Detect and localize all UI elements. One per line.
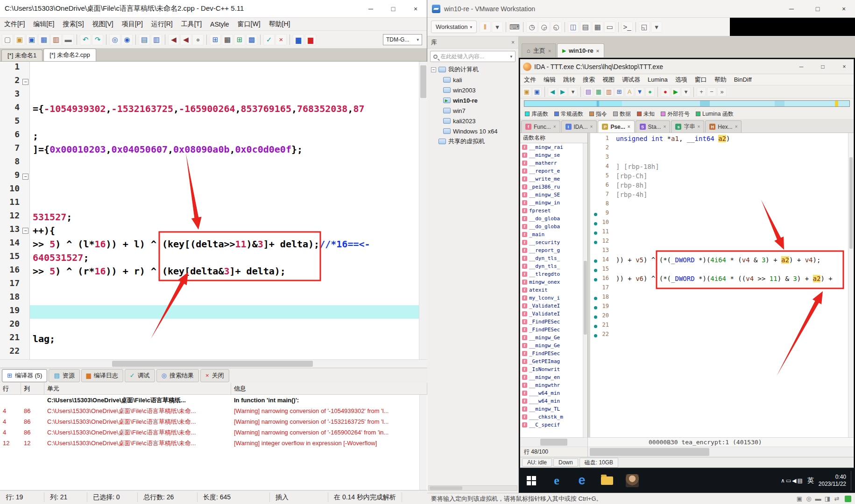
ida-menu-item-选项[interactable]: 选项 xyxy=(671,76,691,84)
save-db-icon[interactable]: ▣ xyxy=(532,87,542,97)
snapshot-manager-icon[interactable]: ◵ xyxy=(551,21,562,33)
close-button[interactable]: × xyxy=(833,0,855,17)
tree-item-vm-kali2023[interactable]: kali2023 xyxy=(427,116,518,126)
function-list-scrollbar[interactable] xyxy=(583,143,587,437)
close-button[interactable]: × xyxy=(404,0,427,17)
function-item[interactable]: f__dyn_tls_ xyxy=(520,262,583,270)
panel-tab-编译器 (5)[interactable]: ⊞编译器 (5) xyxy=(2,369,47,382)
function-item[interactable]: f_GetPEImag xyxy=(520,357,583,365)
function-item[interactable]: f__mingw_in xyxy=(520,199,583,207)
function-item[interactable]: fatexit xyxy=(520,286,583,294)
close-tab-icon[interactable]: × xyxy=(664,124,666,129)
taskbar-clock[interactable]: 0:40 2023/11/22 xyxy=(819,474,846,488)
print-icon[interactable]: ▬ xyxy=(63,34,74,45)
rebuild-icon[interactable]: ▩ xyxy=(246,34,257,45)
fullscreen-icon[interactable]: ◱ xyxy=(639,21,650,33)
function-item[interactable]: f__dyn_tls_ xyxy=(520,254,583,262)
minimize-button[interactable]: ─ xyxy=(360,0,382,17)
close-tab-icon[interactable]: × xyxy=(590,124,593,129)
ida-menu-item-Lumina[interactable]: Lumina xyxy=(644,76,671,83)
tree-item-vm-win2003[interactable]: win2003 xyxy=(427,85,518,95)
function-item[interactable]: f_FindPESec xyxy=(520,326,583,334)
names-icon[interactable]: A xyxy=(625,87,634,97)
menu-item-帮助[H][interactable]: 帮助[H] xyxy=(265,18,295,30)
close-tab-icon[interactable]: × xyxy=(553,124,556,129)
function-item[interactable]: f__report_e xyxy=(520,167,583,175)
profile-delete-icon[interactable]: ▆ xyxy=(305,34,316,45)
ida-menu-item-编辑[interactable]: 编辑 xyxy=(540,76,559,84)
editor-tab-2[interactable]: [*] 未命名2.cpp xyxy=(43,49,96,61)
fold-marker-icon[interactable]: − xyxy=(22,174,28,180)
menu-item-项目[P][interactable]: 项目[P] xyxy=(118,18,147,30)
bookmark-icon[interactable]: ▥ xyxy=(151,34,162,45)
goto-line-icon[interactable]: ▤ xyxy=(139,34,150,45)
pseudocode-hscrollbar[interactable] xyxy=(588,447,854,457)
console-icon[interactable]: >_ xyxy=(622,21,633,33)
functions-icon[interactable]: ▤ xyxy=(584,87,593,97)
close-tab-icon[interactable]: × xyxy=(548,48,551,54)
function-item[interactable]: f_IsNonwrit xyxy=(520,365,583,373)
menu-item-窗口[W][interactable]: 窗口[W] xyxy=(233,18,265,30)
editor-hscrollbar[interactable] xyxy=(0,359,427,368)
start-button[interactable] xyxy=(519,468,544,493)
scrollbar-thumb[interactable] xyxy=(849,157,853,249)
scrollbar-thumb[interactable] xyxy=(430,486,462,490)
compile-run-icon[interactable]: ⊞ xyxy=(234,34,245,45)
close-button[interactable]: × xyxy=(835,59,854,74)
maximize-button[interactable]: □ xyxy=(813,59,832,74)
table-header-cell[interactable]: 行 xyxy=(0,383,21,395)
table-row[interactable]: 486C:\Users\15303\OneDrive\桌面\File\c语言草稿… xyxy=(0,406,427,416)
function-item[interactable]: f__do_globa xyxy=(520,215,583,223)
function-item[interactable]: f_FindPESec xyxy=(520,350,583,357)
ida-tab-Pse...[interactable]: PPse...× xyxy=(598,120,634,133)
function-item[interactable]: f_pei386_ru xyxy=(520,183,583,191)
function-list-hscrollbar[interactable] xyxy=(520,438,588,447)
ida-menu-item-搜索[interactable]: 搜索 xyxy=(579,76,599,84)
show-library-icon[interactable]: ◫ xyxy=(568,21,579,33)
function-item[interactable]: ffpreset xyxy=(520,207,583,215)
function-item[interactable]: f__mingw_TL xyxy=(520,405,583,413)
snapshot-revert-icon[interactable]: ◶ xyxy=(538,21,550,33)
ida-tab-IDA...[interactable]: IIDA...× xyxy=(561,120,597,133)
function-item[interactable]: f__do_globa xyxy=(520,223,583,231)
function-item[interactable]: f___w64_min xyxy=(520,397,583,405)
tray-expand-icon[interactable]: ∧ xyxy=(781,475,785,486)
toolbar-overflow-icon[interactable]: » xyxy=(717,87,727,97)
volume-icon[interactable]: ◀ xyxy=(792,475,796,486)
function-item[interactable]: f_ValidateI xyxy=(520,302,583,310)
menu-item-AStyle[interactable]: AStyle xyxy=(206,18,233,30)
debugger-caret-icon[interactable]: ▾ xyxy=(681,87,691,97)
tree-item-shared-vms[interactable]: 共享的虚拟机 xyxy=(427,136,518,147)
ida-menu-item-帮助[interactable]: 帮助 xyxy=(711,76,730,84)
message-icon[interactable]: ▣ xyxy=(795,495,804,503)
table-row[interactable]: 486C:\Users\15303\OneDrive\桌面\File\c语言草稿… xyxy=(0,427,427,438)
library-search[interactable]: 在此处键入内容... ▾ xyxy=(430,51,516,62)
maximize-button[interactable]: □ xyxy=(806,0,829,17)
function-item[interactable]: f__mingw_rai xyxy=(520,143,583,151)
colors-icon[interactable]: ● xyxy=(645,87,655,97)
taskbar-edge-icon[interactable]: e xyxy=(569,468,594,493)
debug-icon[interactable]: ✓ xyxy=(263,34,275,45)
replace-icon[interactable]: ◉ xyxy=(121,34,133,45)
scrollbar-thumb[interactable] xyxy=(584,261,587,335)
fullscreen-caret-icon[interactable]: ▾ xyxy=(651,21,662,33)
input-language-indicator[interactable]: 英 xyxy=(807,476,814,485)
close-tab-icon[interactable]: × xyxy=(628,124,630,129)
function-item[interactable]: f__mingw_SE xyxy=(520,191,583,199)
scrollbar-thumb[interactable] xyxy=(540,439,567,446)
pause-caret-icon[interactable]: ▾ xyxy=(492,21,503,33)
function-item[interactable]: fmingw_onex xyxy=(520,278,583,286)
ida-titlebar[interactable]: IDA - TTT.exe C:\Users\lhq\Desktop\TTT.e… xyxy=(520,59,854,74)
segments-icon[interactable]: ⊞ xyxy=(615,87,624,97)
function-item[interactable]: fmy_lconv_i xyxy=(520,294,583,302)
taskbar-edge-legacy-icon[interactable]: e xyxy=(544,468,569,493)
table-vscrollbar[interactable] xyxy=(419,395,427,490)
compile-icon[interactable]: ⊞ xyxy=(210,34,221,45)
vm-tab-win10-re[interactable]: ▶win10-re× xyxy=(557,43,604,57)
tree-item-vm-Windows 10 x64[interactable]: Windows 10 x64 xyxy=(427,126,518,136)
tree-item-my-computer[interactable]: −我的计算机 xyxy=(427,64,518,75)
function-list-header[interactable]: 函数名称 xyxy=(520,133,587,143)
library-hscrollbar[interactable] xyxy=(428,485,517,491)
ime-icon[interactable]: ▤ xyxy=(797,475,802,486)
forward-icon[interactable]: ▶ xyxy=(558,87,567,97)
